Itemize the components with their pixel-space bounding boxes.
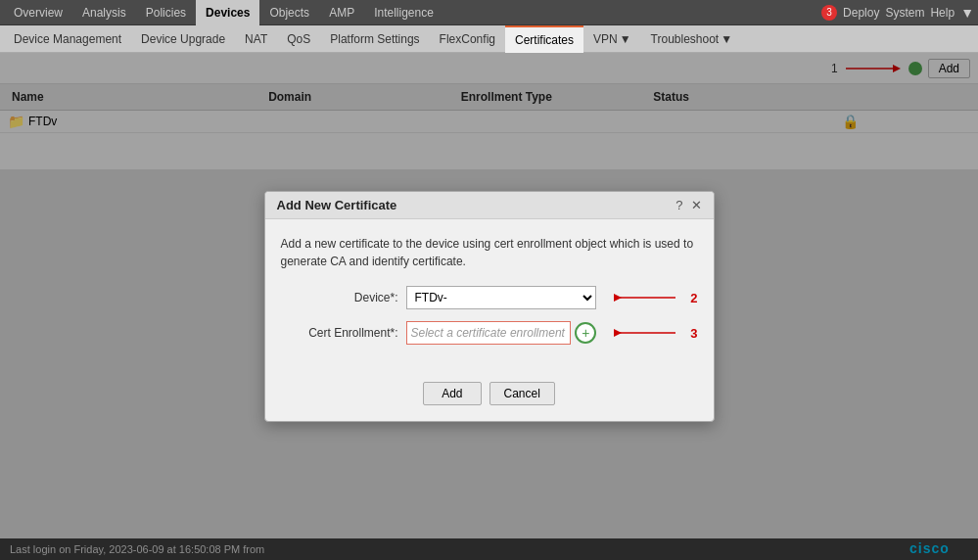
arrow-2-svg xyxy=(612,291,690,304)
modal-description: Add a new certificate to the device usin… xyxy=(281,235,698,270)
cert-enrollment-input[interactable] xyxy=(406,321,572,345)
subnav-flexconfig[interactable]: FlexConfig xyxy=(430,25,505,53)
help-button[interactable]: Help xyxy=(930,6,955,20)
modal-header-icons: ? ✕ xyxy=(675,198,701,212)
device-control-group: FTDv- xyxy=(406,286,597,309)
modal-cancel-button[interactable]: Cancel xyxy=(489,382,555,405)
sub-nav: Device Management Device Upgrade NAT QoS… xyxy=(0,25,978,53)
cert-enrollment-control-group: + xyxy=(406,321,597,345)
top-nav-right: 3 Deploy System Help ▼ xyxy=(821,5,974,21)
modal-add-button[interactable]: Add xyxy=(423,382,481,405)
nav-intelligence[interactable]: Intelligence xyxy=(364,0,443,25)
system-button[interactable]: System xyxy=(885,6,924,20)
arrow-3-svg xyxy=(612,326,690,340)
help-icon[interactable]: ? xyxy=(675,198,682,212)
subnav-device-upgrade[interactable]: Device Upgrade xyxy=(131,25,235,53)
cert-enrollment-add-button[interactable]: + xyxy=(575,322,596,344)
cert-enrollment-form-row: Cert Enrollment*: + 3 xyxy=(281,321,698,345)
step-2-label: 2 xyxy=(690,291,697,305)
nav-policies[interactable]: Policies xyxy=(136,0,196,25)
content-area: 1 Add Name Domain Enrollment Type Status… xyxy=(0,53,978,560)
modal-overlay: Add New Certificate ? ✕ Add a new certif… xyxy=(0,53,978,560)
subnav-qos[interactable]: QoS xyxy=(277,25,320,53)
add-certificate-modal: Add New Certificate ? ✕ Add a new certif… xyxy=(264,191,715,422)
subnav-certificates[interactable]: Certificates xyxy=(505,25,583,53)
expand-icon[interactable]: ▼ xyxy=(960,5,974,21)
device-select[interactable]: FTDv- xyxy=(406,286,597,309)
step-3-label: 3 xyxy=(690,326,697,341)
nav-analysis[interactable]: Analysis xyxy=(72,0,136,25)
nav-objects[interactable]: Objects xyxy=(259,0,319,25)
top-nav: Overview Analysis Policies Devices Objec… xyxy=(0,0,978,25)
subnav-nat[interactable]: NAT xyxy=(235,25,277,53)
close-icon[interactable]: ✕ xyxy=(691,198,702,212)
nav-overview[interactable]: Overview xyxy=(4,0,72,25)
subnav-vpn[interactable]: VPN ▼ xyxy=(583,25,641,53)
page-wrapper: Overview Analysis Policies Devices Objec… xyxy=(0,0,978,560)
notification-badge[interactable]: 3 xyxy=(821,5,837,21)
troubleshoot-dropdown-icon: ▼ xyxy=(721,32,732,46)
deploy-button[interactable]: Deploy xyxy=(843,6,879,20)
device-form-row: Device*: FTDv- 2 xyxy=(281,286,698,309)
modal-footer: Add Cancel xyxy=(265,372,714,421)
device-label: Device*: xyxy=(281,291,398,304)
modal-header: Add New Certificate ? ✕ xyxy=(265,192,714,219)
subnav-device-management[interactable]: Device Management xyxy=(4,25,131,53)
modal-title: Add New Certificate xyxy=(277,198,397,212)
svg-marker-5 xyxy=(614,329,622,337)
subnav-troubleshoot[interactable]: Troubleshoot ▼ xyxy=(641,25,743,53)
vpn-dropdown-icon: ▼ xyxy=(620,32,631,46)
modal-body: Add a new certificate to the device usin… xyxy=(265,219,714,372)
nav-devices[interactable]: Devices xyxy=(196,0,259,25)
cert-enrollment-label: Cert Enrollment*: xyxy=(281,326,398,340)
subnav-platform-settings[interactable]: Platform Settings xyxy=(320,25,429,53)
svg-marker-3 xyxy=(614,294,622,302)
nav-amp[interactable]: AMP xyxy=(319,0,364,25)
